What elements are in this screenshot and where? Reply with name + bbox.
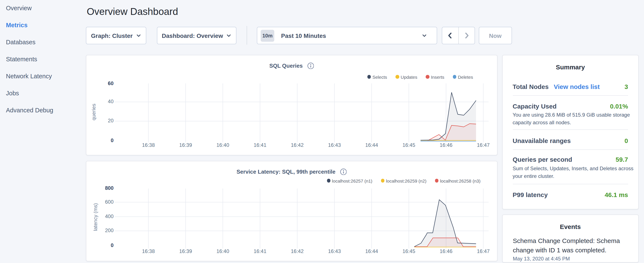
svg-text:16:41: 16:41 [254,248,266,254]
svg-text:16:41: 16:41 [254,142,266,148]
svg-text:0: 0 [111,137,114,143]
svg-text:16:43: 16:43 [328,142,341,148]
svg-text:16:40: 16:40 [216,142,229,148]
svg-text:16:44: 16:44 [365,248,378,254]
svg-text:600: 600 [105,199,114,204]
svg-text:16:39: 16:39 [179,142,192,148]
svg-text:16:45: 16:45 [402,142,415,148]
svg-text:400: 400 [105,213,114,219]
svg-text:16:42: 16:42 [291,248,304,254]
svg-text:16:43: 16:43 [328,248,341,254]
svg-text:latency (ms): latency (ms) [92,203,98,231]
svg-text:0: 0 [111,242,114,248]
svg-text:16:44: 16:44 [365,142,378,148]
svg-text:16:46: 16:46 [440,248,452,254]
svg-text:queries: queries [91,103,96,120]
svg-text:16:42: 16:42 [291,142,304,148]
svg-text:16:45: 16:45 [402,248,415,254]
svg-text:40: 40 [108,98,114,104]
svg-text:16:47: 16:47 [477,142,490,148]
svg-text:200: 200 [105,227,114,233]
svg-text:16:47: 16:47 [477,248,490,254]
svg-text:16:39: 16:39 [179,248,192,254]
svg-text:16:38: 16:38 [142,142,155,148]
svg-text:16:40: 16:40 [216,248,229,254]
svg-text:16:38: 16:38 [142,248,155,254]
svg-text:60: 60 [108,80,114,86]
svg-text:16:46: 16:46 [440,142,452,148]
svg-text:800: 800 [105,185,114,191]
svg-text:20: 20 [108,117,114,123]
